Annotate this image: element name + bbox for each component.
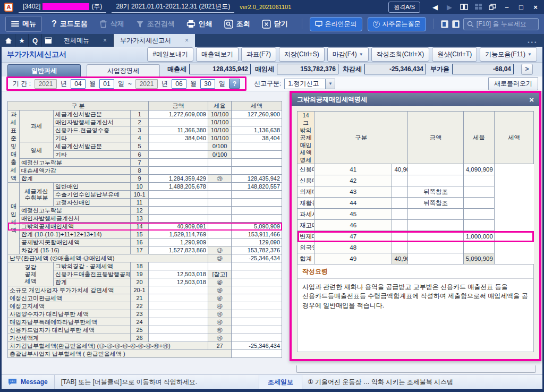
value-cell[interactable]: 148,820,557 [232, 183, 282, 191]
value-cell[interactable]: 129,090 [232, 238, 282, 246]
value-cell[interactable] [149, 118, 208, 126]
value-cell[interactable] [232, 302, 282, 310]
print-button[interactable]: 인쇄 [186, 19, 212, 29]
value-cell[interactable] [232, 215, 282, 223]
value-cell[interactable]: 1,488,205,678 [149, 183, 208, 191]
value-cell[interactable] [232, 167, 282, 175]
value-cell[interactable] [232, 151, 282, 159]
value-cell[interactable] [463, 186, 494, 198]
value-cell[interactable]: 1,272,609,009 [149, 110, 208, 118]
period-help-button[interactable]: ? [229, 79, 240, 89]
popup-titlebar[interactable]: 그밖의공제매입세액명세 × [292, 93, 539, 106]
online-inquiry-button[interactable]: 온라인문의 [310, 17, 362, 31]
value-cell[interactable]: 1,290,909 [149, 238, 208, 246]
value-cell[interactable]: 38,404 [232, 134, 282, 142]
report-type-select[interactable]: 1.정기신고 ▼ [284, 79, 335, 89]
nav-back-icon[interactable]: ◀ [431, 3, 439, 11]
maximize-button[interactable]: □ [517, 3, 525, 11]
grid-layout-icon[interactable] [474, 3, 482, 11]
value-cell[interactable] [392, 175, 408, 186]
tab-vat-return[interactable]: 부가가치세신고서 × [114, 34, 195, 47]
value-cell[interactable] [232, 294, 282, 302]
value-cell[interactable]: -25,346,434 [232, 342, 282, 350]
value-cell[interactable] [232, 286, 282, 294]
panel-left-toggle-icon[interactable] [441, 20, 448, 28]
value-cell[interactable] [232, 334, 282, 342]
value-cell[interactable] [149, 302, 208, 310]
value-cell[interactable] [463, 209, 494, 220]
close-window-button[interactable]: × [531, 3, 540, 11]
menu-button[interactable]: 메뉴 [5, 16, 42, 32]
value-cell[interactable] [232, 199, 282, 207]
panel-right-toggle-icon[interactable] [452, 20, 460, 28]
value-cell[interactable]: 153,911,466 [232, 231, 282, 238]
value-cell[interactable] [392, 209, 408, 220]
value-cell[interactable]: 40,909,091 [149, 223, 208, 231]
value-cell[interactable] [149, 294, 208, 302]
btn-close-period[interactable]: 마감(F4)▼ [327, 47, 369, 62]
value-cell[interactable]: 11,366,380 [149, 126, 208, 134]
period-from-year-input[interactable] [35, 79, 57, 89]
nav-forward-icon[interactable]: ▶ [445, 3, 454, 11]
popup-close-button[interactable]: × [529, 95, 534, 104]
value-cell[interactable] [463, 175, 494, 186]
home-icon[interactable] [2, 34, 15, 47]
btn-write-inquiry[interactable]: 작성조회(Ctrl+X) [371, 47, 430, 62]
value-cell[interactable] [232, 207, 282, 215]
value-cell[interactable] [392, 198, 408, 209]
value-cell[interactable]: 1,529,114,769 [149, 231, 208, 238]
value-cell[interactable]: 40,909,091 [392, 164, 408, 175]
period-to-day-input[interactable] [200, 79, 215, 89]
code-help-button[interactable]: ? 코드도움 [52, 19, 88, 29]
value-cell[interactable] [149, 334, 208, 342]
tab-close-icon[interactable]: × [185, 37, 189, 44]
period-to-month-input[interactable] [172, 79, 186, 89]
value-cell[interactable]: 128,435,942 [232, 175, 282, 183]
value-cell[interactable] [149, 310, 208, 318]
value-cell[interactable]: 1,527,823,860 [149, 246, 208, 254]
value-cell[interactable] [463, 242, 494, 253]
summary-next-button[interactable]: > [521, 64, 533, 75]
company-info-segment[interactable]: [3402] (주) [19, 2, 106, 13]
global-search-input[interactable] [477, 20, 535, 28]
value-cell[interactable]: 12,503,018 [149, 270, 208, 278]
value-cell[interactable] [232, 318, 282, 326]
minimize-button[interactable]: − [503, 3, 511, 11]
value-cell[interactable] [149, 151, 208, 159]
value-cell[interactable]: 40,909,091 [392, 253, 408, 265]
value-cell[interactable] [232, 191, 282, 199]
tab-close-icon[interactable]: × [103, 37, 107, 44]
value-cell[interactable] [149, 262, 208, 270]
tab-overflow-icon[interactable]: ... [528, 36, 544, 45]
reload-button[interactable]: 새로불러오기 [488, 77, 538, 90]
value-cell[interactable] [149, 215, 208, 223]
faq-button[interactable]: ? 자주묻는질문 [368, 17, 426, 31]
value-cell[interactable] [232, 118, 282, 126]
recent-menu-icon[interactable] [42, 34, 55, 47]
value-cell[interactable] [232, 270, 282, 278]
remote-as-button[interactable]: 원격A/S [388, 2, 420, 13]
value-cell[interactable] [232, 350, 282, 358]
book-icon[interactable] [460, 3, 468, 11]
cascade-windows-icon[interactable] [488, 3, 497, 11]
value-cell[interactable] [149, 207, 208, 215]
value-cell[interactable] [392, 186, 408, 198]
value-cell[interactable] [149, 199, 208, 207]
value-cell[interactable] [232, 262, 282, 270]
tab-all-menu[interactable]: 전체메뉴 × [57, 34, 114, 47]
value-cell[interactable]: 1,136,638 [232, 126, 282, 134]
value-cell[interactable] [149, 159, 208, 167]
fiscal-period-segment[interactable]: 28기 2021.01.01-2021.12.31 (2021년도) [112, 2, 234, 13]
inquiry-button[interactable]: 조회 [224, 19, 250, 29]
value-cell[interactable]: 12,503,018 [149, 278, 208, 286]
btn-save[interactable]: 저장(Ctrl+S) [279, 47, 325, 62]
subtab-general-taxation[interactable]: 일반과세 [7, 64, 81, 76]
quick-search-icon[interactable]: Q [29, 34, 42, 47]
btn-one-shot[interactable]: 원샷(Ctrl+T) [432, 47, 477, 62]
value-cell[interactable]: 1,000,000 [463, 231, 494, 242]
value-cell[interactable] [232, 142, 282, 151]
news-source-label[interactable]: 조세일보 [259, 375, 302, 389]
value-cell[interactable] [232, 326, 282, 334]
value-cell[interactable]: -25,346,434 [232, 254, 282, 262]
value-cell[interactable] [149, 142, 208, 151]
